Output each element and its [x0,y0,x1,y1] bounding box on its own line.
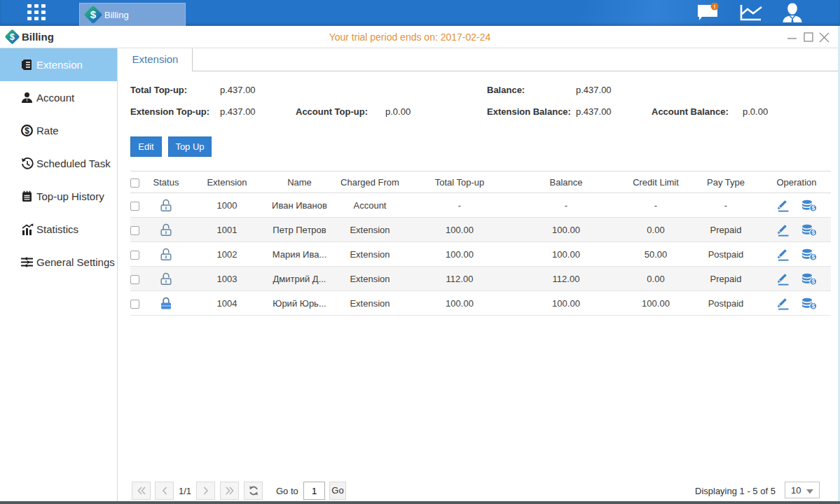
svg-text:$: $ [25,126,29,136]
svg-text:$: $ [811,278,815,285]
svg-text:$: $ [811,204,815,211]
svg-text:$: $ [811,229,815,236]
svg-text:!: ! [714,4,716,10]
svg-text:$: $ [90,8,97,20]
svg-text:$: $ [811,302,815,309]
svg-text:$: $ [811,253,815,260]
